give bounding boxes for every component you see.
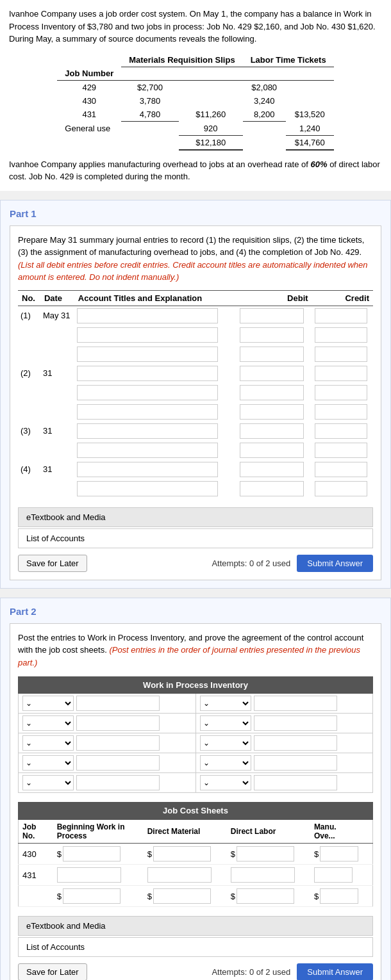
dollar-total-bwip: $ bbox=[57, 892, 62, 901]
wip-select-1-left[interactable]: ⌄ bbox=[22, 696, 74, 711]
dollar-total-dl: $ bbox=[231, 892, 235, 901]
jcs-col-dl: Direct Labor bbox=[227, 820, 310, 844]
entry-4-credit-1[interactable] bbox=[315, 462, 367, 477]
part2-submit-button[interactable]: Submit Answer bbox=[297, 963, 373, 980]
jcs-430-dm[interactable] bbox=[153, 846, 211, 862]
entry-2-account-3[interactable] bbox=[77, 404, 218, 420]
entry-1-credit-3[interactable] bbox=[315, 347, 367, 362]
wip-select-1-right[interactable]: ⌄ bbox=[200, 696, 251, 711]
entry-1-account-1[interactable] bbox=[77, 308, 218, 323]
entry-3-debit-1[interactable] bbox=[240, 423, 304, 439]
part2-section: Part 2 Post the entries to Work in Proce… bbox=[0, 598, 391, 981]
entry-3-credit-2[interactable] bbox=[315, 443, 367, 458]
wip-select-4-right[interactable]: ⌄ bbox=[200, 755, 251, 771]
job-430: 430 bbox=[57, 94, 121, 108]
entry-1-no: (1) bbox=[18, 306, 40, 325]
col1-header: Materials Requisition Slips bbox=[121, 53, 242, 67]
entry-1-row-2 bbox=[18, 325, 373, 345]
entry-1-debit-3[interactable] bbox=[240, 347, 304, 362]
wip-input-4-right[interactable] bbox=[254, 755, 337, 771]
source-table: Materials Requisition Slips Labor Time T… bbox=[57, 53, 333, 151]
part1-submit-button[interactable]: Submit Answer bbox=[297, 555, 373, 572]
wip-input-5-left[interactable] bbox=[76, 775, 160, 790]
mat-total: $12,180 bbox=[179, 135, 243, 150]
entry-2-debit-2[interactable] bbox=[240, 385, 304, 400]
jcs-431-bwip[interactable] bbox=[57, 867, 121, 883]
entry-2-debit-3[interactable] bbox=[240, 404, 304, 420]
part1-attempts: Attempts: 0 of 2 used bbox=[212, 559, 290, 568]
entry-2-date: 31 bbox=[40, 364, 74, 383]
entry-2-credit-1[interactable] bbox=[315, 366, 367, 381]
part2-save-button[interactable]: Save for Later bbox=[18, 963, 87, 980]
wip-input-4-left[interactable] bbox=[76, 755, 160, 771]
jcs-total-dl[interactable] bbox=[237, 888, 294, 904]
col-credit: Credit bbox=[312, 290, 373, 306]
lab-431-total: $13,520 bbox=[286, 108, 334, 122]
part2-instructions: Post the entries to Work in Process Inve… bbox=[18, 632, 373, 669]
entry-2-no: (2) bbox=[18, 364, 40, 383]
general-use-label: General use bbox=[57, 122, 121, 136]
jcs-430-mo[interactable] bbox=[320, 846, 358, 862]
jcs-section: Job Cost Sheets Job No. Beginning Work i… bbox=[18, 802, 373, 907]
entry-3-credit-1[interactable] bbox=[315, 423, 367, 439]
jcs-430-bwip[interactable] bbox=[63, 846, 121, 862]
wip-input-3-left[interactable] bbox=[76, 735, 160, 751]
part2-etextbook[interactable]: eTextbook and Media bbox=[18, 916, 373, 936]
wip-input-2-right[interactable] bbox=[254, 715, 337, 731]
entry-4-row-1: (4) 31 bbox=[18, 460, 373, 479]
entry-2-credit-3[interactable] bbox=[315, 404, 367, 420]
part2-attempts: Attempts: 0 of 2 used bbox=[212, 967, 290, 977]
wip-select-2-right[interactable]: ⌄ bbox=[200, 715, 251, 731]
wip-select-4-left[interactable]: ⌄ bbox=[22, 755, 74, 771]
wip-select-3-left[interactable]: ⌄ bbox=[22, 735, 74, 751]
wip-input-5-right[interactable] bbox=[254, 775, 337, 790]
wip-select-5-left[interactable]: ⌄ bbox=[22, 775, 74, 790]
entry-1-account-3[interactable] bbox=[77, 347, 218, 362]
jcs-total-dm[interactable] bbox=[153, 888, 211, 904]
jcs-431-dm[interactable] bbox=[147, 867, 212, 883]
entry-1-date: May 31 bbox=[40, 306, 74, 325]
entry-2-row-3 bbox=[18, 402, 373, 421]
entry-3-debit-2[interactable] bbox=[240, 443, 304, 458]
part2-title: Part 2 bbox=[10, 606, 381, 617]
part2-list-accounts[interactable]: List of Accounts bbox=[18, 937, 373, 957]
part1-list-accounts[interactable]: List of Accounts bbox=[18, 528, 373, 548]
entry-4-credit-2[interactable] bbox=[315, 481, 367, 496]
entry-2-credit-2[interactable] bbox=[315, 385, 367, 400]
entry-2-debit-1[interactable] bbox=[240, 366, 304, 381]
entry-4-debit-2[interactable] bbox=[240, 481, 304, 496]
part1-save-button[interactable]: Save for Later bbox=[18, 555, 87, 572]
job-429: 429 bbox=[57, 81, 121, 95]
lab-general: 1,240 bbox=[286, 122, 334, 136]
jcs-430-dl[interactable] bbox=[237, 846, 294, 862]
dollar-430-bwip: $ bbox=[57, 849, 62, 859]
wip-input-1-left[interactable] bbox=[76, 696, 160, 711]
part1-footer: Save for Later Attempts: 0 of 2 used Sub… bbox=[18, 555, 373, 572]
wip-input-3-right[interactable] bbox=[254, 735, 337, 751]
wip-input-2-left[interactable] bbox=[76, 715, 160, 731]
jcs-431-mo[interactable] bbox=[314, 867, 353, 883]
entry-1-debit-2[interactable] bbox=[240, 327, 304, 343]
entry-1-account-2[interactable] bbox=[77, 327, 218, 343]
jcs-total-bwip[interactable] bbox=[63, 888, 121, 904]
entry-3-account-1[interactable] bbox=[77, 423, 218, 439]
entry-1-credit-1[interactable] bbox=[315, 308, 367, 323]
jcs-total-mo[interactable] bbox=[320, 888, 358, 904]
wip-select-2-left[interactable]: ⌄ bbox=[22, 715, 74, 731]
part1-etextbook[interactable]: eTextbook and Media bbox=[18, 507, 373, 527]
wip-select-3-right[interactable]: ⌄ bbox=[200, 735, 251, 751]
job-431: 431 bbox=[57, 108, 121, 122]
entry-3-date: 31 bbox=[40, 421, 74, 441]
col-account: Account Titles and Explanation bbox=[74, 290, 237, 306]
wip-select-5-right[interactable]: ⌄ bbox=[200, 775, 251, 790]
entry-2-account-1[interactable] bbox=[77, 366, 218, 381]
jcs-431-dl[interactable] bbox=[231, 867, 295, 883]
wip-input-1-right[interactable] bbox=[254, 696, 337, 711]
entry-3-account-2[interactable] bbox=[77, 443, 218, 458]
entry-4-debit-1[interactable] bbox=[240, 462, 304, 477]
entry-4-account-2[interactable] bbox=[77, 481, 218, 496]
entry-4-account-1[interactable] bbox=[77, 462, 218, 477]
entry-1-debit-1[interactable] bbox=[240, 308, 304, 323]
entry-2-account-2[interactable] bbox=[77, 385, 218, 400]
entry-1-credit-2[interactable] bbox=[315, 327, 367, 343]
